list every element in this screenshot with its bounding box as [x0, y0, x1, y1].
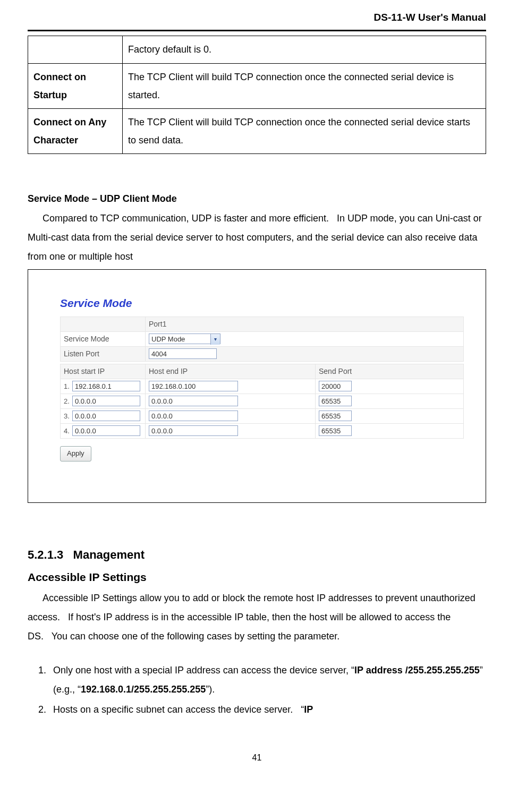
host-end-input[interactable]: 0.0.0.0 [149, 411, 238, 421]
tcp-options-table: Factory default is 0. Connect on Startup… [28, 36, 486, 154]
col-host-end: Host end IP [146, 364, 316, 379]
service-mode-value: UDP Mode [151, 335, 185, 343]
host-start-input[interactable]: 0.0.0.0 [72, 411, 140, 421]
ui-listen-port-label: Listen Port [61, 346, 146, 361]
ui-title: Service Mode [60, 294, 470, 312]
connect-on-any-char-label: Connect on Any Character [28, 108, 123, 153]
apply-button[interactable]: Apply [60, 446, 91, 461]
management-heading: 5.2.1.3 Management [28, 545, 486, 564]
ip-row: 1.192.168.0.1 192.168.0.100 20000 [61, 379, 464, 394]
host-end-input[interactable]: 0.0.0.0 [149, 425, 238, 436]
connect-on-any-char-desc: The TCP Client will build TCP connection… [123, 108, 486, 153]
col-host-start: Host start IP [61, 364, 146, 379]
ui-port-col: Port1 [146, 317, 464, 331]
listen-port-input[interactable]: 4004 [149, 348, 217, 359]
host-start-input[interactable]: 0.0.0.0 [72, 425, 140, 436]
ip-row: 2.0.0.0.0 0.0.0.0 65535 [61, 394, 464, 408]
udp-section-title: Service Mode – UDP Client Mode [28, 191, 486, 207]
send-port-input[interactable]: 65535 [319, 396, 352, 406]
host-start-input[interactable]: 192.168.0.1 [72, 381, 140, 391]
accessible-ip-para: Accessible IP Settings allow you to add … [28, 588, 486, 646]
col-send-port: Send Port [316, 364, 464, 379]
cases-list: Only one host with a special IP address … [28, 661, 486, 719]
ip-row: 3.0.0.0.0 0.0.0.0 65535 [61, 408, 464, 423]
accessible-ip-heading: Accessible IP Settings [28, 568, 486, 586]
udp-section-para: Compared to TCP communication, UDP is fa… [28, 209, 486, 266]
send-port-input[interactable]: 20000 [319, 381, 352, 391]
host-end-input[interactable]: 192.168.0.100 [149, 381, 238, 391]
send-port-input[interactable]: 65535 [319, 425, 352, 436]
host-start-input[interactable]: 0.0.0.0 [72, 396, 140, 406]
send-port-input[interactable]: 65535 [319, 411, 352, 421]
chevron-down-icon: ▾ [210, 334, 220, 345]
doc-header: DS-11-W User's Manual [28, 10, 486, 31]
host-end-input[interactable]: 0.0.0.0 [149, 396, 238, 406]
ui-service-mode-label: Service Mode [61, 331, 146, 346]
page-number: 41 [28, 751, 486, 765]
case-item: Only one host with a special IP address … [49, 661, 486, 699]
service-mode-screenshot: Service Mode Port1 Service Mode UDP Mode… [28, 269, 486, 503]
service-mode-select[interactable]: UDP Mode ▾ [149, 334, 220, 344]
connect-on-startup-label: Connect on Startup [28, 63, 123, 108]
factory-default-cell: Factory default is 0. [123, 36, 486, 63]
case-item: Hosts on a specific subnet can access th… [49, 700, 486, 719]
ip-row: 4.0.0.0.0 0.0.0.0 65535 [61, 423, 464, 438]
connect-on-startup-desc: The TCP Client will build TCP connection… [123, 63, 486, 108]
